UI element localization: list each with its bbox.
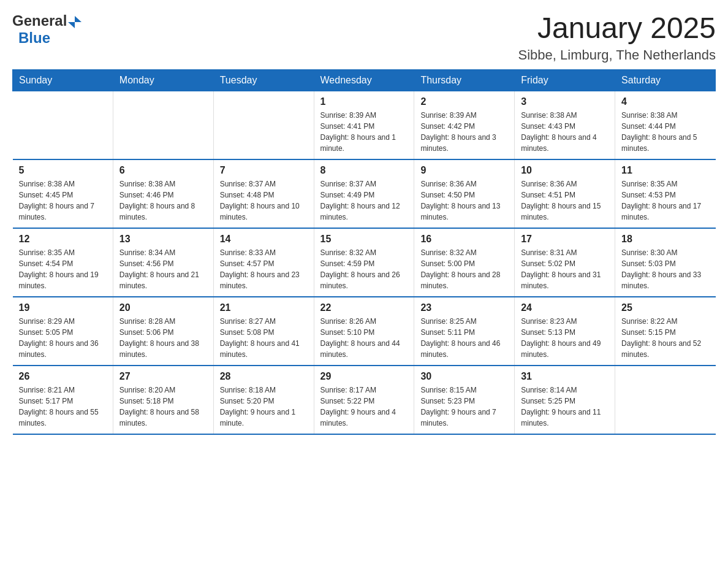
day-info: Sunrise: 8:30 AMSunset: 5:03 PMDaylight:… bbox=[621, 247, 709, 291]
calendar-header-wednesday: Wednesday bbox=[314, 69, 414, 91]
day-info: Sunrise: 8:38 AMSunset: 4:45 PMDaylight:… bbox=[19, 178, 107, 223]
logo-blue-text: Blue bbox=[18, 29, 50, 47]
day-info: Sunrise: 8:14 AMSunset: 5:25 PMDaylight:… bbox=[521, 385, 609, 429]
day-number: 15 bbox=[320, 234, 408, 245]
logo: General Blue bbox=[12, 12, 82, 47]
day-info: Sunrise: 8:38 AMSunset: 4:43 PMDaylight:… bbox=[521, 110, 609, 154]
day-number: 29 bbox=[320, 371, 408, 382]
day-number: 17 bbox=[521, 234, 609, 245]
calendar-week-row: 1Sunrise: 8:39 AMSunset: 4:41 PMDaylight… bbox=[13, 91, 716, 159]
calendar-cell: 20Sunrise: 8:28 AMSunset: 5:06 PMDayligh… bbox=[113, 297, 213, 366]
logo-general-text: General bbox=[12, 12, 67, 29]
day-info: Sunrise: 8:39 AMSunset: 4:42 PMDaylight:… bbox=[420, 110, 508, 154]
calendar-cell bbox=[213, 91, 314, 159]
title-block: January 2025 Sibbe, Limburg, The Netherl… bbox=[518, 12, 716, 63]
calendar-cell: 9Sunrise: 8:36 AMSunset: 4:50 PMDaylight… bbox=[414, 159, 515, 228]
day-number: 2 bbox=[420, 96, 508, 107]
calendar-cell: 18Sunrise: 8:30 AMSunset: 5:03 PMDayligh… bbox=[615, 228, 716, 297]
day-info: Sunrise: 8:33 AMSunset: 4:57 PMDaylight:… bbox=[220, 247, 308, 291]
calendar-header-monday: Monday bbox=[113, 69, 213, 91]
calendar-cell: 11Sunrise: 8:35 AMSunset: 4:53 PMDayligh… bbox=[615, 159, 716, 228]
day-info: Sunrise: 8:35 AMSunset: 4:54 PMDaylight:… bbox=[19, 247, 107, 291]
svg-marker-1 bbox=[68, 22, 75, 28]
calendar-cell: 13Sunrise: 8:34 AMSunset: 4:56 PMDayligh… bbox=[113, 228, 213, 297]
calendar-cell: 5Sunrise: 8:38 AMSunset: 4:45 PMDaylight… bbox=[13, 159, 113, 228]
day-number: 22 bbox=[320, 302, 408, 313]
day-number: 8 bbox=[320, 165, 408, 176]
day-info: Sunrise: 8:32 AMSunset: 5:00 PMDaylight:… bbox=[420, 247, 508, 291]
calendar-cell: 19Sunrise: 8:29 AMSunset: 5:05 PMDayligh… bbox=[13, 297, 113, 366]
day-info: Sunrise: 8:36 AMSunset: 4:50 PMDaylight:… bbox=[420, 178, 508, 223]
calendar-cell: 12Sunrise: 8:35 AMSunset: 4:54 PMDayligh… bbox=[13, 228, 113, 297]
day-number: 31 bbox=[521, 371, 609, 382]
calendar-cell: 16Sunrise: 8:32 AMSunset: 5:00 PMDayligh… bbox=[414, 228, 515, 297]
calendar-header-row: SundayMondayTuesdayWednesdayThursdayFrid… bbox=[13, 69, 716, 91]
day-info: Sunrise: 8:26 AMSunset: 5:10 PMDaylight:… bbox=[320, 316, 408, 360]
calendar-cell: 24Sunrise: 8:23 AMSunset: 5:13 PMDayligh… bbox=[515, 297, 615, 366]
calendar-cell: 3Sunrise: 8:38 AMSunset: 4:43 PMDaylight… bbox=[515, 91, 615, 159]
calendar-week-row: 5Sunrise: 8:38 AMSunset: 4:45 PMDaylight… bbox=[13, 159, 716, 228]
location-subtitle: Sibbe, Limburg, The Netherlands bbox=[518, 47, 716, 63]
day-number: 21 bbox=[220, 302, 308, 313]
calendar-cell: 21Sunrise: 8:27 AMSunset: 5:08 PMDayligh… bbox=[213, 297, 314, 366]
day-number: 6 bbox=[119, 165, 207, 176]
calendar-cell: 27Sunrise: 8:20 AMSunset: 5:18 PMDayligh… bbox=[113, 366, 213, 434]
calendar-cell: 10Sunrise: 8:36 AMSunset: 4:51 PMDayligh… bbox=[515, 159, 615, 228]
day-number: 5 bbox=[19, 165, 107, 176]
calendar-header-saturday: Saturday bbox=[615, 69, 716, 91]
calendar-cell: 15Sunrise: 8:32 AMSunset: 4:59 PMDayligh… bbox=[314, 228, 414, 297]
month-title: January 2025 bbox=[518, 12, 716, 45]
day-number: 7 bbox=[220, 165, 308, 176]
day-info: Sunrise: 8:29 AMSunset: 5:05 PMDaylight:… bbox=[19, 316, 107, 360]
day-number: 27 bbox=[119, 371, 207, 382]
day-number: 23 bbox=[420, 302, 508, 313]
calendar-cell: 28Sunrise: 8:18 AMSunset: 5:20 PMDayligh… bbox=[213, 366, 314, 434]
day-info: Sunrise: 8:21 AMSunset: 5:17 PMDaylight:… bbox=[19, 385, 107, 429]
calendar-cell: 31Sunrise: 8:14 AMSunset: 5:25 PMDayligh… bbox=[515, 366, 615, 434]
day-number: 9 bbox=[420, 165, 508, 176]
day-number: 24 bbox=[521, 302, 609, 313]
day-info: Sunrise: 8:38 AMSunset: 4:46 PMDaylight:… bbox=[119, 178, 207, 223]
day-info: Sunrise: 8:28 AMSunset: 5:06 PMDaylight:… bbox=[119, 316, 207, 360]
calendar-cell: 17Sunrise: 8:31 AMSunset: 5:02 PMDayligh… bbox=[515, 228, 615, 297]
calendar-cell bbox=[113, 91, 213, 159]
day-info: Sunrise: 8:20 AMSunset: 5:18 PMDaylight:… bbox=[119, 385, 207, 429]
day-info: Sunrise: 8:37 AMSunset: 4:49 PMDaylight:… bbox=[320, 178, 408, 223]
day-info: Sunrise: 8:15 AMSunset: 5:23 PMDaylight:… bbox=[420, 385, 508, 429]
calendar-cell: 8Sunrise: 8:37 AMSunset: 4:49 PMDaylight… bbox=[314, 159, 414, 228]
day-number: 28 bbox=[220, 371, 308, 382]
day-info: Sunrise: 8:18 AMSunset: 5:20 PMDaylight:… bbox=[220, 385, 308, 429]
day-info: Sunrise: 8:17 AMSunset: 5:22 PMDaylight:… bbox=[320, 385, 408, 429]
calendar-cell: 6Sunrise: 8:38 AMSunset: 4:46 PMDaylight… bbox=[113, 159, 213, 228]
day-info: Sunrise: 8:32 AMSunset: 4:59 PMDaylight:… bbox=[320, 247, 408, 291]
day-number: 4 bbox=[621, 96, 709, 107]
day-info: Sunrise: 8:31 AMSunset: 5:02 PMDaylight:… bbox=[521, 247, 609, 291]
day-info: Sunrise: 8:38 AMSunset: 4:44 PMDaylight:… bbox=[621, 110, 709, 154]
calendar-cell: 23Sunrise: 8:25 AMSunset: 5:11 PMDayligh… bbox=[414, 297, 515, 366]
calendar-cell: 25Sunrise: 8:22 AMSunset: 5:15 PMDayligh… bbox=[615, 297, 716, 366]
logo-flag-icon bbox=[68, 15, 82, 28]
day-number: 14 bbox=[220, 234, 308, 245]
calendar-cell: 22Sunrise: 8:26 AMSunset: 5:10 PMDayligh… bbox=[314, 297, 414, 366]
calendar-cell: 2Sunrise: 8:39 AMSunset: 4:42 PMDaylight… bbox=[414, 91, 515, 159]
calendar-cell: 1Sunrise: 8:39 AMSunset: 4:41 PMDaylight… bbox=[314, 91, 414, 159]
calendar-week-row: 26Sunrise: 8:21 AMSunset: 5:17 PMDayligh… bbox=[13, 366, 716, 434]
calendar-header-sunday: Sunday bbox=[13, 69, 113, 91]
day-number: 19 bbox=[19, 302, 107, 313]
day-number: 18 bbox=[621, 234, 709, 245]
day-info: Sunrise: 8:37 AMSunset: 4:48 PMDaylight:… bbox=[220, 178, 308, 223]
day-number: 13 bbox=[119, 234, 207, 245]
day-info: Sunrise: 8:35 AMSunset: 4:53 PMDaylight:… bbox=[621, 178, 709, 223]
calendar-header-thursday: Thursday bbox=[414, 69, 515, 91]
day-number: 12 bbox=[19, 234, 107, 245]
calendar-cell: 29Sunrise: 8:17 AMSunset: 5:22 PMDayligh… bbox=[314, 366, 414, 434]
calendar-cell: 4Sunrise: 8:38 AMSunset: 4:44 PMDaylight… bbox=[615, 91, 716, 159]
calendar-week-row: 12Sunrise: 8:35 AMSunset: 4:54 PMDayligh… bbox=[13, 228, 716, 297]
day-info: Sunrise: 8:23 AMSunset: 5:13 PMDaylight:… bbox=[521, 316, 609, 360]
calendar-cell bbox=[615, 366, 716, 434]
day-number: 26 bbox=[19, 371, 107, 382]
calendar-week-row: 19Sunrise: 8:29 AMSunset: 5:05 PMDayligh… bbox=[13, 297, 716, 366]
calendar-table: SundayMondayTuesdayWednesdayThursdayFrid… bbox=[12, 69, 716, 435]
day-number: 16 bbox=[420, 234, 508, 245]
day-number: 20 bbox=[119, 302, 207, 313]
